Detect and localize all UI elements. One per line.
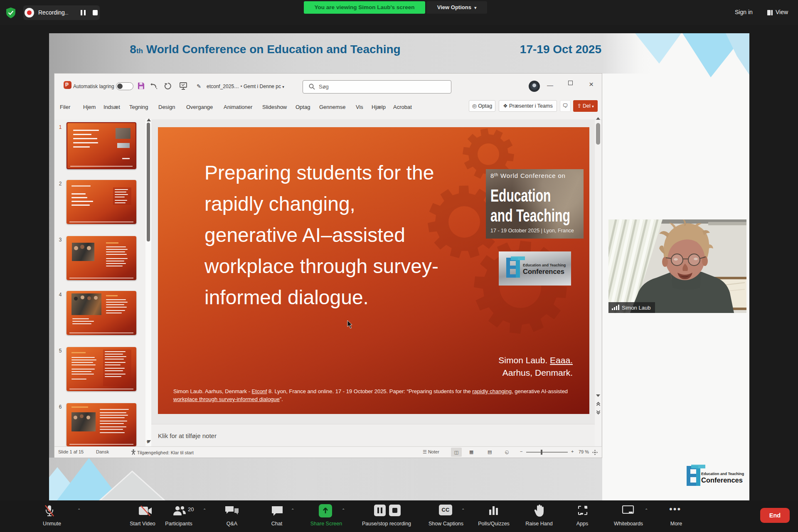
svg-text:Simon Laub: Simon Laub <box>622 305 650 311</box>
